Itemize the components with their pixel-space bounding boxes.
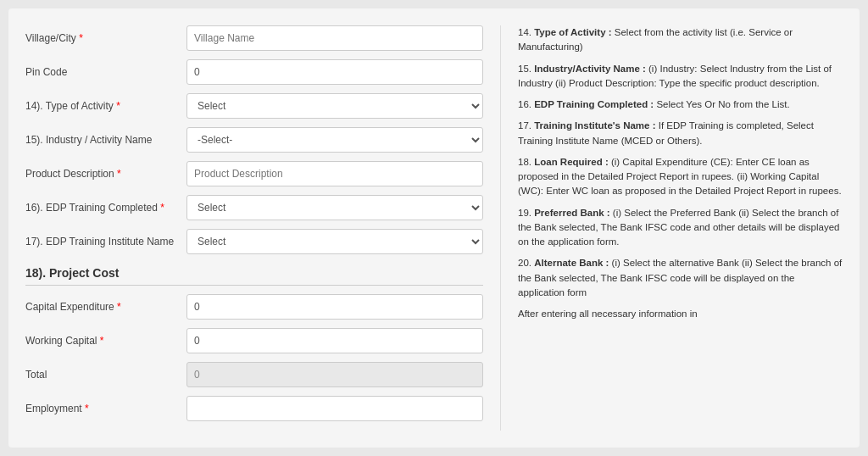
instructions-list: 14. Type of Activity : Select from the a… [518, 25, 843, 300]
project-cost-title: 18). Project Cost [25, 266, 483, 286]
total-row: Total [25, 362, 483, 387]
pin-code-row: Pin Code [25, 59, 483, 85]
instruction-item: 14. Type of Activity : Select from the a… [518, 25, 843, 55]
industry-activity-select[interactable]: -Select- [186, 127, 483, 153]
instruction-item: 16. EDP Training Completed : Select Yes … [518, 97, 843, 112]
village-city-label: Village/City * [25, 32, 186, 44]
edp-institute-label: 17). EDP Training Institute Name [25, 236, 186, 247]
instructions-panel: 14. Type of Activity : Select from the a… [500, 25, 843, 431]
total-label: Total [25, 369, 186, 381]
instruction-item: 18. Loan Required : (i) Capital Expendit… [518, 155, 843, 199]
type-of-activity-label: 14). Type of Activity * [25, 100, 186, 112]
edp-training-row: 16). EDP Training Completed * Select Yes… [25, 195, 483, 220]
type-of-activity-select[interactable]: Select Service Manufacturing [186, 93, 483, 119]
industry-activity-row: 15). Industry / Activity Name -Select- [25, 127, 483, 153]
capital-expenditure-label: Capital Expenditure * [25, 301, 186, 313]
product-description-row: Product Description * [25, 161, 483, 186]
edp-institute-row: 17). EDP Training Institute Name Select … [25, 229, 483, 254]
product-description-label: Product Description * [25, 168, 186, 180]
instruction-item: 20. Alternate Bank : (i) Select the alte… [518, 256, 843, 300]
employment-input[interactable] [186, 396, 483, 421]
pin-code-input[interactable] [186, 59, 483, 85]
working-capital-input[interactable] [186, 328, 483, 353]
edp-training-select[interactable]: Select Yes No [186, 195, 483, 220]
main-container: Village/City * Pin Code 14). Type of Act… [8, 8, 860, 448]
employment-row: Employment * [25, 396, 483, 421]
edp-training-label: 16). EDP Training Completed * [25, 202, 186, 214]
industry-activity-label: 15). Industry / Activity Name [25, 134, 186, 146]
capital-expenditure-row: Capital Expenditure * [25, 294, 483, 320]
village-city-input[interactable] [186, 25, 483, 51]
after-text: After entering all necessary information… [518, 307, 843, 321]
form-panel: Village/City * Pin Code 14). Type of Act… [25, 25, 483, 431]
working-capital-row: Working Capital * [25, 328, 483, 353]
working-capital-label: Working Capital * [25, 335, 186, 347]
instruction-item: 17. Training Institute's Name : If EDP T… [518, 119, 843, 148]
pin-code-label: Pin Code [25, 66, 186, 78]
type-of-activity-row: 14). Type of Activity * Select Service M… [25, 93, 483, 119]
instruction-item: 19. Preferred Bank : (i) Select the Pref… [518, 206, 843, 250]
village-city-row: Village/City * [25, 25, 483, 51]
total-input [186, 362, 483, 387]
instruction-item: 15. Industry/Activity Name : (i) Industr… [518, 62, 843, 92]
employment-label: Employment * [25, 403, 186, 414]
capital-expenditure-input[interactable] [186, 294, 483, 320]
edp-institute-select[interactable]: Select MCED Others [186, 229, 483, 254]
product-description-input[interactable] [186, 161, 483, 186]
